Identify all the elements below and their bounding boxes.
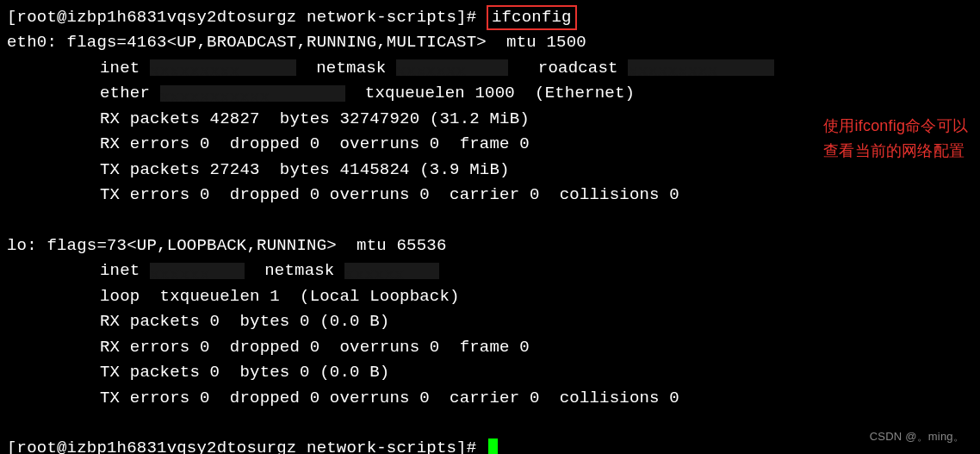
- inet-label: inet: [100, 59, 150, 78]
- lo-rx-errors: RX errors 0 dropped 0 overruns 0 frame 0: [7, 335, 973, 360]
- eth0-tx-errors: TX errors 0 dropped 0 overruns 0 carrier…: [7, 183, 973, 208]
- annotation-line-1: 使用ifconfig命令可以: [823, 114, 968, 139]
- redacted-ip: xxxxxxxxx: [150, 59, 296, 76]
- eth0-ether-line: ether xxxxxxxxxxx txqueuelen 1000 (Ether…: [7, 81, 973, 106]
- txqueuelen-text: txqueuelen 1000 (Ethernet): [345, 84, 635, 103]
- redacted-lo-ip: xxxxxx: [150, 263, 245, 279]
- shell-prompt-2: [root@izbp1h6831vqsy2dtosurgz network-sc…: [7, 438, 476, 454]
- redacted-mac: xxxxxxxxxxx: [160, 85, 345, 102]
- command-highlight-box: ifconfig: [487, 5, 577, 30]
- eth0-inet-line: inet xxxxxxxxx netmask xxxxxxx roadcast …: [7, 56, 973, 81]
- redacted-netmask: xxxxxxx: [396, 59, 508, 76]
- watermark-text: CSDN @。ming。: [870, 428, 964, 445]
- command-text: ifconfig: [492, 8, 572, 27]
- broadcast-label: roadcast: [538, 59, 628, 78]
- lo-loop: loop txqueuelen 1 (Local Loopback): [7, 284, 973, 309]
- redacted-lo-netmask: xxxxxx: [344, 263, 439, 279]
- annotation-box: 使用ifconfig命令可以 查看当前的网络配置: [823, 114, 968, 164]
- lo-header: lo: flags=73<UP,LOOPBACK,RUNNING> mtu 65…: [7, 233, 973, 258]
- shell-prompt: [root@izbp1h6831vqsy2dtosurgz network-sc…: [7, 8, 476, 27]
- lo-tx-packets: TX packets 0 bytes 0 (0.0 B): [7, 360, 973, 385]
- lo-tx-errors: TX errors 0 dropped 0 overruns 0 carrier…: [7, 386, 973, 411]
- lo-rx-packets: RX packets 0 bytes 0 (0.0 B): [7, 309, 973, 334]
- annotation-line-2: 查看当前的网络配置: [823, 139, 968, 164]
- terminal-cursor: [488, 438, 498, 454]
- eth0-header: eth0: flags=4163<UP,BROADCAST,RUNNING,MU…: [7, 30, 973, 55]
- lo-inet-label: inet: [100, 261, 150, 280]
- prompt-line-2[interactable]: [root@izbp1h6831vqsy2dtosurgz network-sc…: [7, 436, 973, 454]
- blank-line-1: [7, 208, 973, 233]
- lo-netmask-label: netmask: [245, 261, 344, 280]
- prompt-line-1: [root@izbp1h6831vqsy2dtosurgz network-sc…: [7, 5, 973, 30]
- redacted-broadcast: xxxxxxxxx: [628, 59, 774, 76]
- lo-inet-line: inet xxxxxx netmask xxxxxx: [7, 258, 973, 283]
- ether-label: ether: [100, 84, 160, 103]
- blank-line-2: [7, 411, 973, 436]
- netmask-label: netmask: [296, 59, 396, 78]
